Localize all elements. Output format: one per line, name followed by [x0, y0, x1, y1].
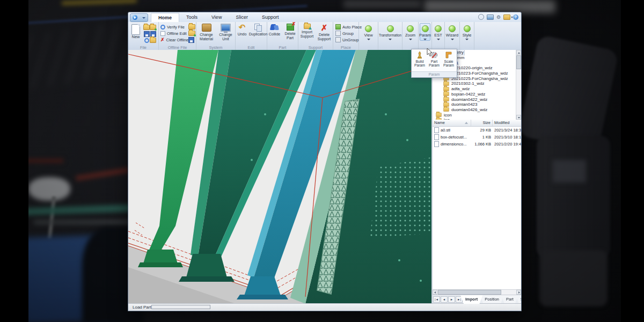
column-header-size[interactable]: Size — [471, 120, 493, 126]
file-row[interactable]: dimensionco... 1,066 KB 2021/2/20 19:4..… — [433, 141, 521, 148]
file-modified: 2021/3/24 18:3... — [493, 128, 521, 133]
next-tab-button[interactable]: ► — [448, 296, 455, 303]
clear-offline-button[interactable]: ✗ Clear Offline — [160, 37, 188, 42]
ribbon-group-est-dd: EST — [432, 22, 445, 50]
param-popup-caption: Param — [412, 71, 457, 77]
zoom-dropdown-button[interactable]: Zoom — [404, 23, 417, 41]
file-icon — [434, 141, 439, 147]
sort-asc-icon — [465, 122, 468, 124]
group-caption-place: Place — [333, 45, 358, 50]
tab-import[interactable]: Import — [460, 295, 482, 304]
group-button[interactable]: Group — [335, 31, 362, 36]
tab-part-info[interactable]: Part Info — [501, 295, 518, 304]
display-icon[interactable] — [487, 14, 494, 20]
skin-style-icon[interactable] — [503, 14, 510, 20]
scroll-up-button[interactable] — [516, 50, 521, 55]
build-param-label: Build Param — [413, 60, 427, 67]
wizard-dropdown-button[interactable]: Wizard — [446, 23, 458, 41]
save-button[interactable] — [143, 31, 150, 37]
progress-bar — [151, 305, 210, 309]
scale-param-icon — [445, 51, 452, 59]
ribbon-group-part: Collide ✗ Delete Part Part — [267, 22, 298, 50]
viewport-3d[interactable] — [128, 50, 431, 304]
tab-tools[interactable]: Tools — [179, 13, 204, 22]
titlebar: Home Tools View Slicer Support ⚙ ? — [128, 12, 521, 23]
build-param-button[interactable]: Build Param — [413, 51, 427, 67]
file-size: 29 KB — [471, 128, 493, 133]
ungroup-label: UnGroup — [342, 38, 358, 42]
tree-item[interactable]: 20210302-1_wdz — [433, 81, 521, 86]
tree-item[interactable]: duomian0426_wdz — [433, 107, 521, 113]
help-icon[interactable]: ? — [513, 14, 518, 20]
first-tab-button[interactable]: |◄ — [433, 296, 440, 303]
ribbon-group-style-dd: Style — [460, 22, 474, 50]
app-menu-button[interactable] — [130, 13, 148, 22]
delete-part-button[interactable]: ✗ Delete Part — [283, 22, 297, 45]
offline-folder-icon[interactable] — [188, 24, 195, 30]
open-file-button[interactable] — [143, 24, 150, 31]
column-header-name[interactable]: Name — [433, 120, 471, 126]
group-caption-file: File — [128, 45, 158, 50]
ribbon-group-view-dd: View — [359, 22, 378, 50]
param-dropdown-button[interactable]: Param — [420, 23, 430, 41]
tab-nav-buttons: |◄ ◄ ► ►| — [433, 295, 463, 304]
auto-place-button[interactable]: Auto Place — [335, 24, 362, 30]
change-unit-button[interactable]: Change Unit — [217, 22, 235, 45]
open-recent-button[interactable] — [150, 24, 156, 31]
chevron-down-icon — [389, 39, 392, 40]
tab-slicer[interactable]: Slicer — [229, 13, 255, 22]
open-folder-icon — [143, 25, 150, 30]
tree-scrollbar[interactable] — [516, 50, 521, 120]
settings-gear-icon[interactable]: ⚙ — [496, 14, 501, 20]
tab-home[interactable]: Home — [151, 13, 179, 22]
column-label: Name — [434, 120, 445, 125]
duplication-button[interactable]: Duplication — [250, 22, 266, 45]
view-dropdown-button[interactable]: View — [360, 23, 377, 41]
tab-support[interactable]: Support — [255, 13, 286, 22]
green-orb-icon — [464, 25, 471, 32]
tree-item-icon-folder[interactable]: icon — [433, 112, 521, 118]
offline-sync-icon[interactable] — [188, 31, 195, 36]
reload-button[interactable] — [143, 37, 150, 43]
green-orb-icon — [422, 25, 429, 32]
horizontal-scrollbar[interactable] — [433, 289, 521, 295]
ribbon-group-zoom-dd: Zoom — [402, 22, 419, 50]
cross-icon: ✗ — [160, 38, 165, 42]
verify-file-button[interactable]: Verify File — [160, 24, 188, 30]
column-header-modified[interactable]: Modified — [493, 120, 521, 126]
file-row[interactable]: box-defocust... 1 KB 2021/3/10 18:1... — [433, 134, 521, 141]
checkbox-icon — [160, 31, 165, 36]
delete-support-button[interactable]: ✗ Delete Support — [317, 22, 332, 45]
file-modified: 2021/2/20 19:4... — [493, 142, 521, 147]
scrollbar-thumb[interactable] — [516, 55, 521, 69]
collide-button[interactable]: Collide — [268, 22, 281, 45]
undo-button[interactable]: ↶ Undo — [236, 22, 248, 45]
offline-edit-label: Offline Edit — [167, 31, 187, 36]
export-button[interactable] — [150, 37, 156, 43]
scroll-right-button[interactable] — [516, 290, 521, 295]
offline-save-icon[interactable] — [188, 37, 194, 43]
scale-param-button[interactable]: Scale Param — [442, 51, 456, 67]
ungroup-button[interactable]: UnGroup — [335, 37, 362, 42]
build-param-icon — [416, 51, 423, 59]
change-material-button[interactable]: Change Material — [197, 22, 216, 45]
verify-icon — [160, 25, 165, 30]
triangle-down-icon — [518, 117, 520, 119]
mouse-cursor — [427, 48, 433, 59]
offline-edit-checkbox[interactable]: Offline Edit — [160, 31, 188, 36]
ribbon-group-file: New File — [128, 22, 159, 50]
style-dropdown-button[interactable]: Style — [461, 23, 473, 41]
transformation-dropdown-button[interactable]: Transformation — [379, 23, 401, 41]
scroll-down-button[interactable] — [516, 115, 521, 120]
scrollbar-thumb[interactable] — [438, 290, 501, 295]
scroll-left-button[interactable] — [433, 290, 437, 295]
new-button[interactable]: New — [128, 22, 143, 45]
about-icon[interactable] — [478, 14, 484, 20]
est-dropdown-button[interactable]: EST — [433, 23, 443, 41]
tab-view[interactable]: View — [204, 13, 229, 22]
file-row[interactable]: a0.stl 29 KB 2021/3/24 18:3... — [433, 127, 521, 134]
new-button-label: New — [131, 35, 140, 39]
prev-tab-button[interactable]: ◄ — [441, 296, 448, 303]
import-support-button[interactable]: Import Support — [299, 22, 314, 45]
tab-position[interactable]: Position — [480, 295, 504, 304]
